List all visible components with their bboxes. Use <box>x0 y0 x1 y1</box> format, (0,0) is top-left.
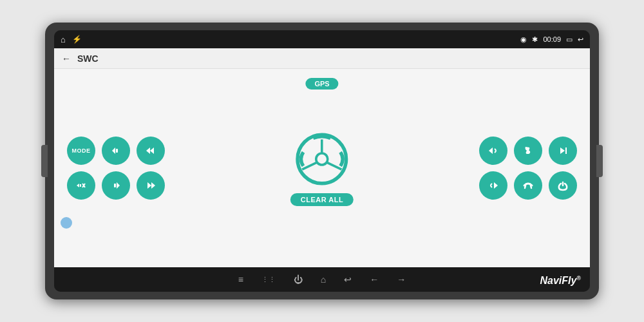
home-icon[interactable]: ⌂ <box>61 35 66 44</box>
svg-marker-2 <box>146 147 150 154</box>
mode-button[interactable]: MODE <box>67 137 95 165</box>
bottom-settings-icon[interactable]: ⋮⋮ <box>261 276 276 284</box>
status-right-icons: ◉ ✱ 00:09 ▭ ↩ <box>520 35 583 44</box>
brand-label: NaviFly® <box>540 275 581 287</box>
bottom-power-icon[interactable]: ⏻ <box>294 274 303 285</box>
bluetooth-icon: ✱ <box>532 35 538 44</box>
svg-line-22 <box>531 185 531 188</box>
gps-icon: ◉ <box>520 35 527 44</box>
svg-marker-10 <box>147 182 151 189</box>
mute-button[interactable] <box>67 171 95 200</box>
main-content: GPS MODE <box>54 69 590 267</box>
clock: 00:09 <box>543 35 561 43</box>
svg-line-16 <box>327 162 341 169</box>
bottom-right-icon[interactable]: → <box>397 274 406 285</box>
play-pause-button[interactable] <box>549 137 577 165</box>
right-bump <box>596 145 603 177</box>
next-fast-button[interactable] <box>479 171 507 200</box>
phone-prev-button[interactable] <box>479 137 507 165</box>
gps-label: GPS <box>305 78 338 90</box>
bottom-menu-icon[interactable]: ≡ <box>238 274 243 285</box>
svg-line-15 <box>302 162 317 169</box>
back-arrow-icon[interactable]: ← <box>62 53 71 64</box>
status-left-icons: ⌂ ⚡ <box>61 35 82 44</box>
page-title: SWC <box>77 53 99 64</box>
volume-up-button[interactable] <box>102 171 130 200</box>
blue-indicator-light <box>61 217 72 229</box>
clear-all-button[interactable]: CLEAR ALL <box>290 193 354 206</box>
svg-marker-0 <box>112 147 115 154</box>
svg-rect-1 <box>116 149 118 153</box>
next-track-button[interactable] <box>137 171 165 200</box>
bottom-left-icon[interactable]: ← <box>370 274 379 285</box>
svg-line-21 <box>525 185 526 188</box>
svg-rect-5 <box>80 184 81 187</box>
usb-icon: ⚡ <box>72 35 82 44</box>
svg-marker-8 <box>117 182 120 189</box>
svg-rect-19 <box>565 147 567 154</box>
bottom-nav-bar: ≡ ⋮⋮ ⏻ ⌂ ↩ ← → NaviFly® <box>54 267 590 292</box>
bottom-back-icon[interactable]: ↩ <box>344 274 352 285</box>
steering-wheel-area: CLEAR ALL <box>290 130 354 206</box>
svg-point-13 <box>316 153 328 165</box>
status-bar: ⌂ ⚡ ◉ ✱ 00:09 ▭ ↩ <box>54 30 590 48</box>
steering-wheel-icon <box>293 130 351 188</box>
battery-icon: ▭ <box>566 35 573 44</box>
phone-button[interactable] <box>514 137 542 165</box>
svg-marker-11 <box>151 182 155 189</box>
power-button[interactable] <box>549 171 577 200</box>
svg-rect-9 <box>114 184 116 187</box>
prev-track-button[interactable] <box>137 137 165 165</box>
left-controls: MODE <box>67 137 165 200</box>
title-bar: ← SWC <box>54 48 590 69</box>
volume-down-button[interactable] <box>102 137 130 165</box>
back-icon[interactable]: ↩ <box>578 35 583 44</box>
svg-marker-20 <box>494 182 498 189</box>
car-head-unit: ⌂ ⚡ ◉ ✱ 00:09 ▭ ↩ ← SWC GPS MODE <box>45 23 599 299</box>
svg-marker-18 <box>560 147 565 154</box>
svg-marker-3 <box>150 147 154 154</box>
bottom-home-icon[interactable]: ⌂ <box>321 274 326 285</box>
left-bump <box>41 145 48 177</box>
right-controls <box>479 137 577 200</box>
hang-up-button[interactable] <box>514 171 542 200</box>
svg-marker-4 <box>77 184 79 187</box>
svg-marker-17 <box>489 147 493 154</box>
screen-container: ⌂ ⚡ ◉ ✱ 00:09 ▭ ↩ ← SWC GPS MODE <box>54 30 590 292</box>
